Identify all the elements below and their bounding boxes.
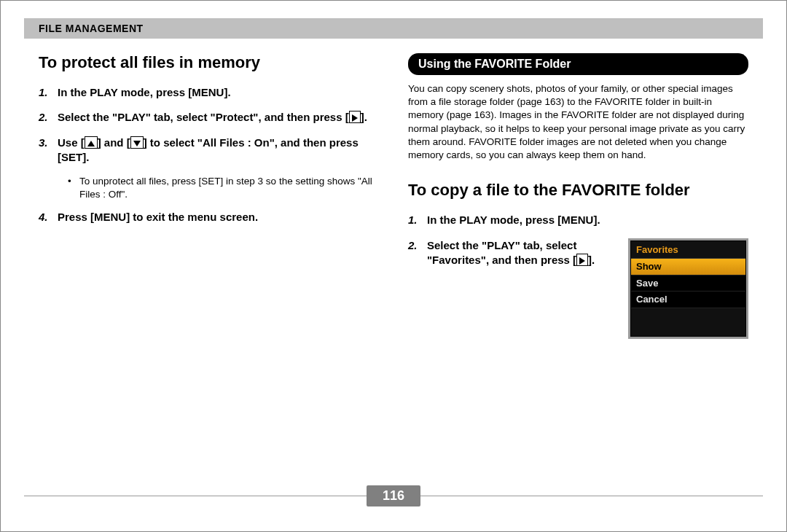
down-arrow-key-icon [130, 136, 144, 149]
two-column-layout: To protect all files in memory 1. In the… [24, 53, 763, 349]
step-3: 3. Use [] and [] to select "All Files : … [39, 136, 379, 165]
step-1: 1. In the PLAY mode, press [MENU]. [408, 213, 748, 227]
right-heading: To copy a file to the FAVORITE folder [408, 181, 748, 200]
step-number: 3. [39, 136, 52, 165]
left-steps-list: 1. In the PLAY mode, press [MENU]. 2. Se… [39, 85, 379, 165]
step-text-part: ] and [ [98, 136, 130, 149]
section-header-bar: File Management [24, 18, 763, 39]
section-header-title: File Management [39, 23, 748, 34]
step-2: 2. Select the "PLAY" tab, select "Favori… [408, 238, 748, 339]
step-text: Use [] and [] to select "All Files : On"… [58, 136, 379, 165]
step-text-part: Select the "PLAY" tab, select "Favorites… [427, 239, 576, 266]
step-text-part: Use [ [58, 136, 85, 149]
step-text-part: ]. [588, 254, 595, 266]
right-arrow-key-icon [349, 111, 361, 123]
right-column: Using the FAVORITE Folder You can copy s… [408, 53, 763, 349]
page-footer: 116 [24, 485, 763, 506]
step-number: 1. [39, 85, 52, 100]
menu-title: Favorites [631, 241, 745, 259]
left-heading: To protect all files in memory [39, 53, 379, 72]
step-4: 4. Press [MENU] to exit the menu screen. [39, 210, 379, 224]
sub-bullet: • To unprotect all files, press [SET] in… [68, 175, 379, 201]
step-1: 1. In the PLAY mode, press [MENU]. [39, 85, 379, 100]
page-number: 116 [367, 485, 420, 506]
menu-option-show: Show [631, 259, 745, 275]
left-column: To protect all files in memory 1. In the… [24, 53, 379, 349]
right-arrow-key-icon [576, 254, 588, 266]
step-text: In the PLAY mode, press [MENU]. [427, 213, 748, 227]
step-text: Select the "PLAY" tab, select "Favorites… [427, 238, 616, 268]
bullet-dot-icon: • [68, 175, 75, 201]
up-arrow-key-icon [85, 136, 98, 149]
step-with-screenshot: Select the "PLAY" tab, select "Favorites… [427, 238, 748, 339]
step-number: 4. [39, 210, 52, 224]
menu-padding [631, 308, 745, 336]
step-text: Press [MENU] to exit the menu screen. [58, 210, 379, 224]
right-steps-list: 1. In the PLAY mode, press [MENU]. 2. Se… [408, 213, 748, 338]
footer-rule-left [24, 496, 367, 496]
menu-option-save: Save [631, 275, 745, 292]
pill-heading: Using the FAVORITE Folder [408, 53, 748, 75]
bullet-text: To unprotect all files, press [SET] in s… [79, 175, 379, 201]
intro-paragraph: You can copy scenery shots, photos of yo… [408, 82, 748, 162]
menu-option-cancel: Cancel [631, 292, 745, 308]
menu-inner: Favorites Show Save Cancel [630, 240, 746, 337]
step-2: 2. Select the "PLAY" tab, select "Protec… [39, 110, 379, 125]
step-text: In the PLAY mode, press [MENU]. [58, 85, 379, 100]
step-text-part: ]. [361, 111, 367, 123]
step-number: 2. [408, 238, 421, 339]
step-number: 1. [408, 213, 421, 227]
step-number: 2. [39, 110, 52, 125]
step-text-part: Select the "PLAY" tab, select "Protect",… [58, 111, 349, 123]
manual-page: File Management To protect all files in … [0, 0, 787, 532]
camera-menu-screenshot: Favorites Show Save Cancel [628, 238, 748, 339]
left-steps-list-cont: 4. Press [MENU] to exit the menu screen. [39, 210, 379, 224]
footer-rule-right [420, 496, 763, 496]
step-text: Select the "PLAY" tab, select "Protect",… [58, 110, 379, 125]
footer-line: 116 [24, 485, 763, 506]
